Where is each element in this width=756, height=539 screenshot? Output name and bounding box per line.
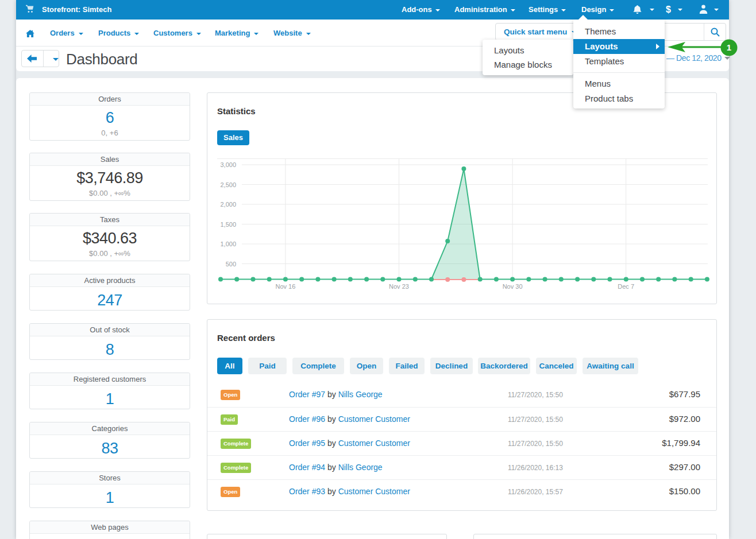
svg-text:2,000: 2,000 <box>220 201 236 208</box>
svg-text:Nov 23: Nov 23 <box>389 283 409 290</box>
svg-text:Nov 16: Nov 16 <box>275 283 295 290</box>
svg-text:1,000: 1,000 <box>220 241 236 247</box>
svg-text:1: 1 <box>727 42 731 52</box>
svg-text:500: 500 <box>226 261 236 267</box>
svg-text:2,500: 2,500 <box>220 181 236 188</box>
svg-text:3,000: 3,000 <box>220 161 236 168</box>
svg-text:Dec 7: Dec 7 <box>618 283 634 290</box>
svg-text:1,500: 1,500 <box>220 221 236 228</box>
svg-text:Nov 30: Nov 30 <box>503 283 523 290</box>
